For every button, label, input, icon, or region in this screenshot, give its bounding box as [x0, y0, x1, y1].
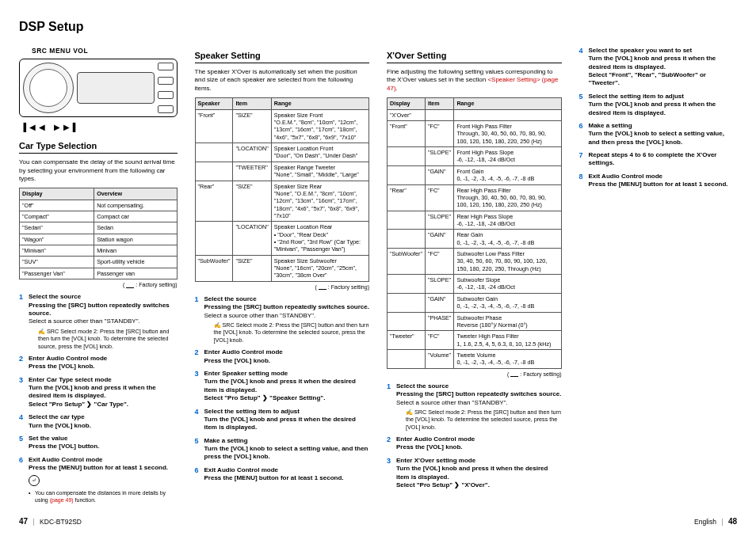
table-cell: "FC"	[425, 184, 453, 211]
table-cell: Front High Pass FilterThrough, 30, 40, 5…	[454, 120, 561, 146]
factory-note: ( : Factory setting)	[19, 281, 178, 288]
step-note: SRC Select mode 2: Press the [SRC] butto…	[406, 409, 562, 431]
table-cell: "FC"	[425, 249, 453, 275]
table-cell: "LOCATION"	[233, 143, 271, 162]
step-body: Turn the [VOL] knob.	[29, 422, 178, 430]
table-cell: "FC"	[425, 120, 453, 146]
step-head: Exit Audio Control mode	[29, 456, 178, 464]
step-body: Select "Front", "Rear", "SubWoofer" or "…	[589, 71, 738, 88]
xover-intro: Fine adjusting the following setting val…	[387, 68, 562, 93]
table-cell: Subwoofer Slope-6, -12, -18, -24 dB/Oct	[454, 275, 561, 294]
factory-note-3: ( : Factory setting)	[387, 371, 562, 378]
table-cell	[195, 222, 233, 255]
step-body: Pressing the [SRC] button repeatedly swi…	[204, 303, 370, 311]
table-cell	[388, 230, 426, 249]
table-cell: "SIZE"	[233, 181, 271, 222]
table-cell: Subwoofer PhaseReverse (180°)/ Normal (0…	[454, 312, 561, 331]
step-head: Exit Audio Control mode	[589, 173, 738, 181]
info-icon: ⤶	[29, 475, 40, 486]
table-cell: "GAIN"	[425, 293, 453, 312]
table-cell: Compact car	[94, 211, 177, 222]
table-cell: "SLOPE"	[425, 147, 453, 166]
car-type-intro: You can compensate the delay of the soun…	[19, 158, 178, 183]
step-head: Exit Audio Control mode	[204, 466, 370, 474]
factory-note-2: ( : Factory setting)	[195, 283, 370, 291]
table-cell: Speaker Size Subwoofer"None", "16cm", "2…	[271, 255, 368, 281]
table-cell	[388, 211, 426, 230]
speaker-steps: Select the sourcePressing the [SRC] butt…	[195, 295, 370, 483]
step-head: Select the setting item to adjust	[589, 93, 738, 101]
table-cell	[454, 109, 561, 120]
table-cell: "TWEETER"	[233, 162, 271, 181]
table-cell: "FC"	[425, 331, 453, 350]
step-head: Enter Audio Control mode	[396, 435, 562, 443]
table-cell: Rear High Pass Slope-6, -12, -18, -24 dB…	[454, 211, 561, 230]
step-body: Turn the [VOL] knob and press it when th…	[204, 416, 370, 432]
table-cell: Speaker Range Tweeter"None", "Small", "M…	[271, 162, 368, 181]
table-cell: Speaker Size Front"O.E.M.", "8cm", "10cm…	[271, 109, 368, 143]
table-cell: Station wagon	[94, 234, 177, 245]
table-cell: "SIZE"	[233, 109, 271, 143]
step-body: Turn the [VOL] knob to select a setting …	[204, 445, 370, 462]
table-cell: Speaker Size Rear"None", "O.E.M.", "8cm"…	[271, 181, 368, 222]
step-head: Select the source	[396, 382, 562, 390]
device-labels: SRC MENU VOL	[32, 47, 178, 55]
table-cell	[195, 143, 233, 162]
table-cell	[388, 293, 426, 312]
step-note: Select a source other than "STANDBY".	[29, 317, 178, 325]
step-head: Repeat steps 4 to 6 to complete the X'Ov…	[589, 151, 738, 168]
table-cell: "GAIN"	[425, 165, 453, 184]
th-display: Display	[20, 188, 94, 200]
table-cell: "SUV"	[20, 257, 94, 268]
table-cell: Front High Pass Slope-6, -12, -18, -24 d…	[454, 147, 561, 166]
speaker-title: Speaker Setting	[195, 50, 370, 63]
table-cell: "Sedan"	[20, 222, 94, 234]
table-cell: Sport-utility vehicle	[94, 257, 177, 268]
step-body: Turn the [VOL] knob to select a setting …	[589, 130, 738, 146]
table-cell: "Wagon"	[20, 234, 94, 245]
step-body: Press the [MENU] button for at least 1 s…	[204, 474, 370, 482]
step-head: Select the source	[204, 295, 370, 303]
table-cell: "Rear"	[388, 184, 426, 211]
step-head: Select the car type	[29, 413, 178, 421]
table-cell: "Compact"	[20, 211, 94, 222]
step-body: Press the [MENU] button for at least 1 s…	[589, 181, 738, 188]
page-title: DSP Setup	[19, 19, 737, 36]
step-head: Select the speaker you want to set	[589, 47, 738, 55]
table-cell: "SubWoofer"	[388, 249, 426, 275]
table-cell: "SubWoofer"	[195, 255, 233, 281]
table-cell	[388, 312, 426, 331]
step-body: Press the [VOL] knob.	[204, 357, 370, 365]
step-head: Enter Audio Control mode	[204, 348, 370, 356]
step-head: Enter Car Type select mode	[29, 376, 178, 384]
table-cell	[388, 147, 426, 166]
car-type-table: Display Overview "Off"Not compensating."…	[19, 188, 178, 279]
xover-steps: Select the sourcePressing the [SRC] butt…	[387, 382, 562, 490]
step-body: Press the [VOL] button.	[29, 443, 178, 450]
table-cell: "Volume"	[425, 349, 453, 368]
table-cell: Tweeter High Pass Filter1, 1.6, 2.5, 4, …	[454, 331, 561, 350]
table-cell: "X'Over"	[388, 109, 426, 120]
table-cell: "Tweeter"	[388, 331, 426, 350]
speaker-intro: The speaker X'Over is automatically set …	[195, 68, 370, 93]
table-cell: Minivan	[94, 245, 177, 257]
step-body: Press the [VOL] knob.	[396, 443, 562, 451]
step-body: Turn the [VOL] knob and press it when th…	[589, 101, 738, 117]
table-cell: "SLOPE"	[425, 211, 453, 230]
table-cell: Rear Gain0, -1, -2, -3, -4, -5, -6, -7, …	[454, 230, 561, 249]
table-cell: "Front"	[388, 120, 426, 146]
table-cell: Sedan	[94, 222, 177, 234]
table-cell: Tweete Volume0, -1, -2, -3, -4, -5, -6, …	[454, 349, 561, 368]
table-cell	[195, 162, 233, 181]
step-head: Enter Speaker setting mode	[204, 370, 370, 378]
step-body: Press the [VOL] knob.	[29, 363, 178, 371]
speaker-table: Speaker Item Range "Front""SIZE"Speaker …	[195, 97, 370, 282]
step-note: SRC Select mode 2: Press the [SRC] butto…	[38, 328, 178, 350]
table-cell	[388, 275, 426, 294]
table-cell: Not compensating.	[94, 200, 177, 211]
table-cell: Speaker Location Rear• "Door", "Rear Dec…	[271, 222, 368, 255]
table-cell	[425, 109, 453, 120]
step-body: Turn the [VOL] knob and press it when th…	[204, 378, 370, 394]
table-cell: Passenger van	[94, 268, 177, 279]
step-note: SRC Select mode 2: Press the [SRC] butto…	[214, 321, 370, 344]
